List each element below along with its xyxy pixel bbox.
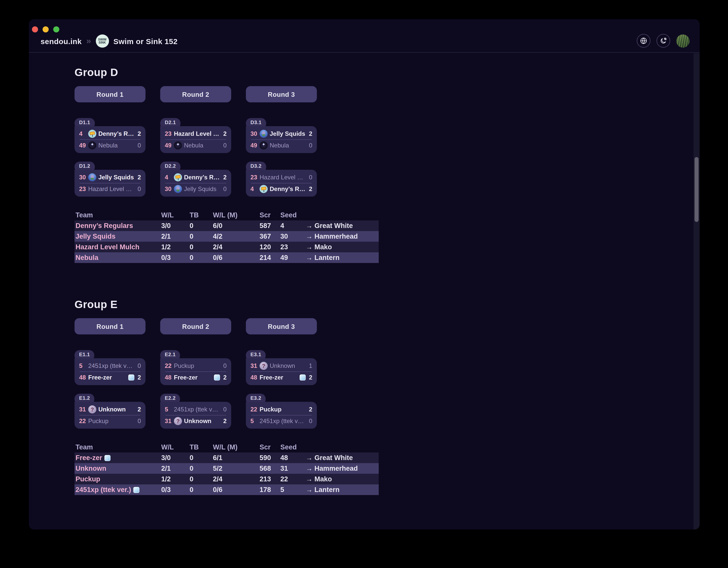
match-card[interactable]: 5 2451xp (ttek ver.) 0 48 Free-zer 2 <box>75 358 145 385</box>
team-score: 0 <box>309 142 312 149</box>
team-score: 2 <box>309 374 312 381</box>
team-seed: 22 <box>250 406 258 413</box>
standings-row: Unknown 2/1 0 5/2 568 31 → Hammerhead <box>75 463 379 474</box>
match: D2.1 23 Hazard Level M… 2 49 Nebula 0 <box>160 117 231 153</box>
standings-wl: 2/1 <box>160 233 189 240</box>
match-team-row: 30 Jelly Squids 2 <box>250 129 312 139</box>
team-seed: 4 <box>250 186 258 193</box>
theme-toggle-button[interactable] <box>657 34 670 48</box>
match-divider <box>165 415 226 415</box>
header-team: Team <box>75 443 160 451</box>
standings-score: 587 <box>259 222 279 230</box>
standings-row: Jelly Squids 2/1 0 4/2 367 30 → Hammerhe… <box>75 231 379 242</box>
match-card[interactable]: 23 Hazard Level M… 0 4 Denny’s Re… 2 <box>246 170 317 197</box>
standings-team-link[interactable]: Nebula <box>75 254 160 262</box>
standings-team-link[interactable]: Puckup <box>75 475 160 483</box>
team-score: 2 <box>309 130 312 137</box>
standings-team-link[interactable]: Hazard Level Mulch <box>75 243 160 251</box>
standings-team-name: Free-zer <box>76 454 102 462</box>
round-3-button[interactable]: Round 3 <box>246 318 317 334</box>
standings-team-name: Hazard Level Mulch <box>76 243 139 251</box>
team-score: 2 <box>138 374 141 381</box>
round-3-button[interactable]: Round 3 <box>246 86 317 102</box>
scrollbar-track[interactable] <box>694 53 700 529</box>
standings-team-link[interactable]: Jelly Squids <box>75 233 160 240</box>
standings-wl: 3/0 <box>160 454 189 462</box>
match-team-row: 48 Free-zer 2 <box>79 372 141 382</box>
match-card[interactable]: 31 Unknown 2 22 Puckup 0 <box>75 402 145 429</box>
moon-sun-icon <box>660 37 667 45</box>
standings-team-link[interactable]: Free-zer <box>75 454 160 462</box>
standings-wlm: 5/2 <box>212 465 259 472</box>
match-team-row: 22 Puckup 0 <box>165 361 227 371</box>
tournament-title-link[interactable]: Swim or Sink 152 <box>113 37 177 45</box>
match-card[interactable]: 22 Puckup 2 5 2451xp (ttek ver.) 0 <box>246 402 317 429</box>
match-card[interactable]: 31 Unknown 1 48 Free-zer 2 <box>246 358 317 385</box>
team-name: 2451xp (ttek ver.) <box>88 362 135 369</box>
site-home-link[interactable]: sendou.ink <box>41 37 82 45</box>
team-score: 0 <box>138 186 141 193</box>
standings-wlm: 6/0 <box>212 222 259 230</box>
team-score: 2 <box>138 406 141 413</box>
team-name: Nebula <box>98 142 135 149</box>
standings-seed: 49 <box>279 254 305 262</box>
user-avatar[interactable] <box>676 34 689 47</box>
match-team-row: 4 Denny’s Re… 2 <box>165 172 227 183</box>
match-card[interactable]: 23 Hazard Level M… 2 49 Nebula 0 <box>160 126 231 153</box>
match-card[interactable]: 4 Denny’s Re… 2 49 Nebula 0 <box>75 126 145 153</box>
team-seed: 30 <box>250 130 258 137</box>
standings-team-name: Puckup <box>76 475 100 483</box>
standings-score: 214 <box>259 254 279 262</box>
standings-wlm: 0/6 <box>212 254 259 262</box>
zoom-window-button[interactable] <box>53 26 59 32</box>
scrollbar-thumb[interactable] <box>695 157 699 222</box>
match-team-row: 49 Nebula 0 <box>250 140 312 151</box>
match-card[interactable]: 30 Jelly Squids 2 23 Hazard Level M… 0 <box>75 170 145 197</box>
screen: sendou.ink » SWIMSINK Swim or Sink 152 G… <box>0 0 728 568</box>
standings-team-name: Unknown <box>76 465 106 472</box>
ice-cube-emoji-icon <box>133 487 139 493</box>
matches-grid: E1.1 5 2451xp (ttek ver.) 0 48 Free-zer … <box>75 349 317 429</box>
team-avatar-icon <box>88 141 96 150</box>
standings-team-link[interactable]: Unknown <box>75 465 160 472</box>
team-seed: 5 <box>250 417 258 425</box>
tournament-logo[interactable]: SWIMSINK <box>96 34 109 48</box>
team-seed: 31 <box>79 406 86 413</box>
team-avatar-icon <box>88 173 96 182</box>
team-score: 0 <box>223 362 227 369</box>
round-2-button[interactable]: Round 2 <box>160 86 231 102</box>
language-button[interactable] <box>637 34 650 48</box>
match-divider <box>80 183 140 184</box>
standings-wl: 1/2 <box>160 475 189 483</box>
match: D3.1 30 Jelly Squids 2 49 Nebula 0 <box>246 117 317 153</box>
match-card[interactable]: 22 Puckup 0 48 Free-zer 2 <box>160 358 231 385</box>
team-name: Hazard Level M… <box>260 174 306 181</box>
match-team-row: 49 Nebula 0 <box>79 140 141 151</box>
standings-tb: 0 <box>189 454 212 462</box>
round-2-button[interactable]: Round 2 <box>160 318 231 334</box>
round-1-button[interactable]: Round 1 <box>75 318 145 334</box>
standings-team-link[interactable]: Denny’s Regulars <box>75 222 160 230</box>
team-score: 0 <box>223 406 227 413</box>
match-team-row: 23 Hazard Level M… 0 <box>79 184 141 194</box>
round-1-button[interactable]: Round 1 <box>75 86 145 102</box>
standings-score: 568 <box>259 465 279 472</box>
standings-team-name: Denny’s Regulars <box>76 222 133 230</box>
team-name: Jelly Squids <box>98 174 135 181</box>
team-seed: 23 <box>250 174 258 181</box>
standings-tb: 0 <box>189 243 212 251</box>
match-card[interactable]: 5 2451xp (ttek ver.) 0 31 Unknown 2 <box>160 402 231 429</box>
standings-destination: → Lantern <box>305 486 379 493</box>
team-score: 0 <box>138 417 141 425</box>
standings-destination: → Hammerhead <box>305 233 379 240</box>
header-tb: TB <box>189 211 212 219</box>
match-card[interactable]: 4 Denny’s Re… 2 30 Jelly Squids 0 <box>160 170 231 197</box>
match-card[interactable]: 30 Jelly Squids 2 49 Nebula 0 <box>246 126 317 153</box>
match-team-row: 22 Puckup 2 <box>250 404 312 414</box>
standings-wlm: 0/6 <box>212 486 259 493</box>
close-window-button[interactable] <box>32 26 38 32</box>
minimize-window-button[interactable] <box>43 26 49 32</box>
standings-team-link[interactable]: 2451xp (ttek ver.) <box>75 486 160 493</box>
match-team-row: 22 Puckup 0 <box>79 416 141 426</box>
standings-row: Free-zer 3/0 0 6/1 590 48 → Great White <box>75 452 379 463</box>
